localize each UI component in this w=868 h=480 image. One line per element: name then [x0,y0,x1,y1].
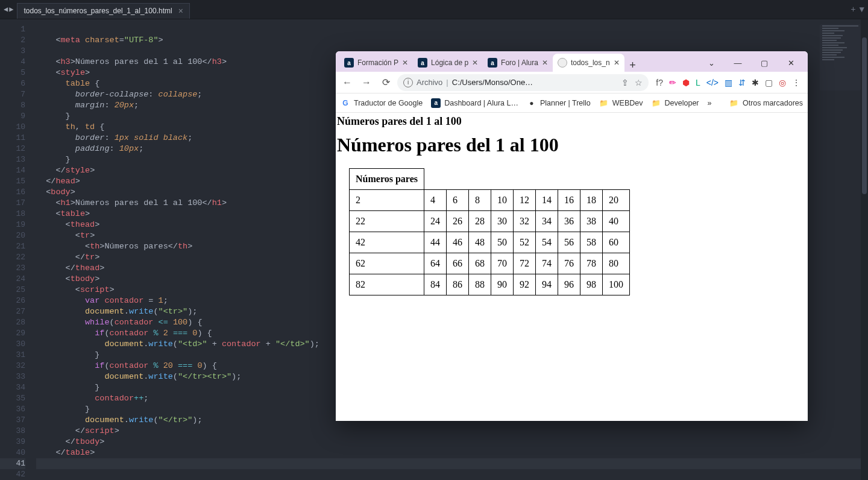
table-cell: 26 [446,211,468,232]
close-tab-icon[interactable]: ✕ [614,58,620,67]
omnibox[interactable]: i Archivo | C:/Users/Monso/One… ⇪ ☆ [397,74,649,91]
extension-icon[interactable]: ⋮ [792,78,800,87]
page-h1: Números pares del 1 al 100 [337,134,802,156]
table-cell: 56 [558,232,580,253]
table-cell: 96 [558,274,580,295]
favicon: a [344,58,354,68]
window-close-icon[interactable]: ✕ [778,58,804,68]
tab-menu-icon[interactable]: ▼ [860,5,864,14]
table-cell: 100 [602,274,629,295]
table-cell: 8 [468,190,491,211]
browser-reload-icon[interactable]: ⟳ [378,77,394,88]
minimap[interactable] [820,24,861,90]
close-tab-icon[interactable]: ✕ [402,58,408,67]
rendered-page[interactable]: Números pares del 1 al 100 Números pares… [336,113,808,421]
star-icon[interactable]: ☆ [635,78,643,87]
favicon: a [488,58,497,68]
browser-window: aFormación P✕aLógica de p✕aForo | Alura✕… [336,51,808,421]
close-tab-icon[interactable]: ✕ [542,58,548,67]
table-cell: 90 [491,274,513,295]
extension-icons: f?✏⬢L</>▥⇵✱▢◎⋮ [652,78,804,87]
table-cell: 38 [580,211,602,232]
bookmark-favicon: a [431,98,441,108]
browser-tab-label: todos_los_n [571,58,610,67]
table-cell: 44 [424,232,446,253]
close-tab-icon[interactable]: ✕ [472,58,478,67]
table-cell: 86 [446,274,468,295]
editor-file-tab[interactable]: todos_los_números_pares_del_1_al_100.htm… [17,3,189,19]
table-cell: 68 [468,253,491,274]
other-bookmarks[interactable]: 📁 Otros marcadores [729,98,803,108]
table-cell: 20 [602,190,629,211]
extension-icon[interactable]: L [696,78,700,87]
bookmark-label: Developer [665,99,699,107]
table-cell: 84 [424,274,446,295]
browser-toolbar: ← → ⟳ i Archivo | C:/Users/Monso/One… ⇪ … [336,72,808,93]
editor-back-icon[interactable]: ◀ [4,5,8,14]
editor-scrollbar[interactable] [861,19,868,480]
other-bookmarks-label: Otros marcadores [743,99,803,107]
window-minimize-icon[interactable]: — [725,58,751,68]
window-maximize-icon[interactable]: ▢ [751,58,778,68]
bookmark-item[interactable]: GTraductor de Google [341,98,423,108]
table-cell: 30 [491,211,513,232]
table-cell: 54 [535,232,558,253]
editor-nav-arrows: ◀ ▶ [0,5,17,14]
table-cell: 24 [424,211,446,232]
table-cell: 80 [602,253,629,274]
bookmark-label: Planner | Trello [540,99,591,107]
new-tab-button[interactable]: + [624,59,641,72]
table-cell: 40 [602,211,629,232]
browser-tab[interactable]: aLógica de p✕ [413,54,483,72]
editor-tabbar: ◀ ▶ todos_los_números_pares_del_1_al_100… [0,0,868,19]
bookmark-favicon: ● [527,98,536,108]
share-icon[interactable]: ⇪ [621,78,629,87]
bookmark-label: WEBDev [612,99,643,107]
extension-icon[interactable]: f? [656,78,663,87]
window-caret-icon[interactable]: ⌄ [698,58,725,68]
table-cell: 42 [350,232,424,253]
browser-tabstrip: aFormación P✕aLógica de p✕aForo | Alura✕… [336,51,808,72]
table-cell: 78 [580,253,602,274]
window-controls: ⌄ — ▢ ✕ [698,54,804,72]
table-cell: 88 [468,274,491,295]
editor-forward-icon[interactable]: ▶ [9,5,13,14]
browser-forward-icon[interactable]: → [359,77,374,88]
table-cell: 94 [535,274,558,295]
extension-icon[interactable]: ✏ [669,78,676,87]
bookmarks-overflow-icon[interactable]: » [708,99,712,107]
bookmark-item[interactable]: 📁Developer [652,98,699,108]
extension-icon[interactable]: ▥ [725,78,732,87]
table-cell: 58 [580,232,602,253]
extension-icon[interactable]: ▢ [765,78,773,87]
extension-icon[interactable]: ◎ [779,78,786,87]
table-cell: 6 [446,190,468,211]
table-cell: 46 [446,232,468,253]
extension-icon[interactable]: ⇵ [738,78,746,87]
scrollbar-thumb[interactable] [862,37,867,194]
table-row: 62646668707274767880 [350,253,630,274]
browser-tab[interactable]: aFormación P✕ [339,54,413,72]
table-cell: 66 [446,253,468,274]
table-cell: 12 [513,190,535,211]
table-cell: 16 [558,190,580,211]
browser-tab-label: Foro | Alura [501,58,538,67]
browser-tab[interactable]: todos_los_n✕ [553,54,624,72]
extension-icon[interactable]: ✱ [752,78,759,87]
bookmark-item[interactable]: ●Planner | Trello [527,98,591,108]
bookmark-item[interactable]: aDashboard | Alura L… [431,98,518,108]
folder-icon: 📁 [729,98,739,108]
close-tab-icon[interactable]: × [178,6,183,16]
add-tab-icon[interactable]: + [851,5,855,14]
browser-tab[interactable]: aForo | Alura✕ [483,54,553,72]
site-info-icon[interactable]: i [403,78,413,87]
extension-icon[interactable]: </> [706,78,719,87]
bookmarks-bar: GTraductor de GoogleaDashboard | Alura L… [336,93,808,113]
bookmark-label: Traductor de Google [354,99,423,107]
browser-tab-label: Formación P [357,58,398,67]
browser-back-icon[interactable]: ← [339,77,355,88]
bookmark-item[interactable]: 📁WEBDev [599,98,643,108]
table-row: 42444648505254565860 [350,232,630,253]
bookmark-label: Dashboard | Alura L… [444,99,518,107]
extension-icon[interactable]: ⬢ [682,78,690,87]
